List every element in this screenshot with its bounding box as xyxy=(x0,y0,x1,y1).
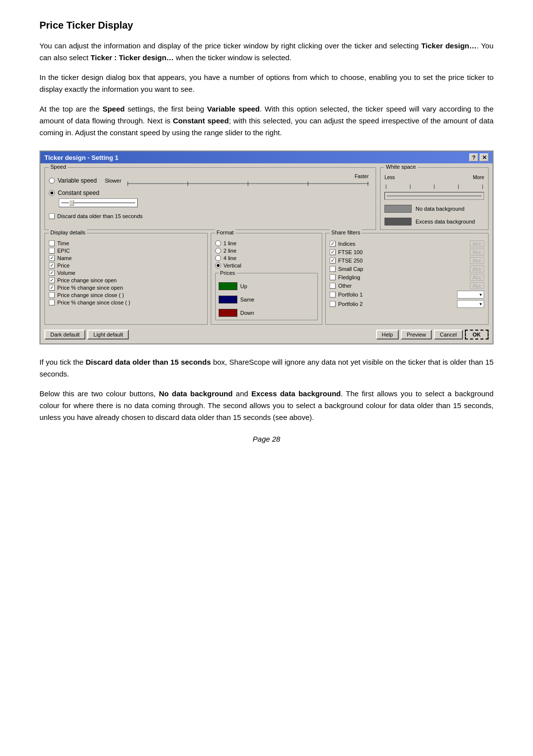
ftse100-abc-btn[interactable]: Abc xyxy=(470,249,484,256)
constant-speed-radio[interactable] xyxy=(49,190,55,196)
check-time: Time xyxy=(49,240,203,246)
paragraph-5: Below this are two colour buttons, No da… xyxy=(39,388,494,423)
ws-slider[interactable] xyxy=(384,192,484,200)
ftse250-abc-btn[interactable]: Abc xyxy=(470,257,484,264)
light-default-button[interactable]: Light default xyxy=(87,330,129,340)
ok-button[interactable]: OK xyxy=(465,330,489,340)
share-filters-group: Share filters Indices Abc FTSE 100 Abc xyxy=(325,233,489,325)
slider-slower-label: Slower xyxy=(105,178,121,184)
indices-checkbox[interactable] xyxy=(330,241,336,247)
format-inner: 1 line 2 line 4 line Vertical xyxy=(215,236,318,320)
format-4line: 4 line xyxy=(215,255,318,261)
filter-ftse250: FTSE 250 Abc xyxy=(330,257,484,264)
dialog-bottom-buttons: Dark default Light default Help Preview … xyxy=(44,330,489,340)
filter-other: Other Abc xyxy=(330,282,484,289)
price-down-swatch[interactable] xyxy=(219,309,237,317)
dialog-middle-section: Display details Time EPIC Name xyxy=(44,233,489,325)
price-pct-open-label: Price % change since open xyxy=(57,285,123,291)
discard-checkbox[interactable] xyxy=(49,213,55,219)
dialog-top-section: Speed Variable speed Slower Faster xyxy=(44,167,489,230)
portfolio1-dropdown[interactable]: ▼ xyxy=(457,291,484,299)
whitespace-inner: Less More ||||| No data background xyxy=(384,171,484,226)
name-checkbox[interactable] xyxy=(49,255,55,261)
price-change-close-checkbox[interactable] xyxy=(49,292,55,298)
check-name: Name xyxy=(49,255,203,261)
variable-speed-radio[interactable] xyxy=(49,178,55,184)
other-checkbox[interactable] xyxy=(330,283,336,289)
speed-group: Speed Variable speed Slower Faster xyxy=(44,167,376,230)
filter-smallcap: Small Cap Abc xyxy=(330,265,484,272)
constant-speed-slider-row xyxy=(59,198,372,207)
format-2line-radio[interactable] xyxy=(215,248,221,254)
display-details-group: Display details Time EPIC Name xyxy=(44,233,208,325)
portfolio1-checkbox[interactable] xyxy=(330,292,336,298)
time-checkbox[interactable] xyxy=(49,240,55,246)
whitespace-labels: Less More xyxy=(384,175,484,180)
filter-fledgling: Fledgling Abc xyxy=(330,274,484,281)
excess-data-bg-label: Excess data background xyxy=(416,219,475,225)
share-filters-inner: Indices Abc FTSE 100 Abc FTSE 250 Abc xyxy=(330,236,484,308)
page-number: Page 28 xyxy=(39,433,494,445)
fledgling-checkbox[interactable] xyxy=(330,274,336,280)
other-abc-btn[interactable]: Abc xyxy=(470,282,484,289)
filter-portfolio2: Portfolio 2 ▼ xyxy=(330,300,484,308)
ftse100-checkbox[interactable] xyxy=(330,249,336,255)
price-change-open-checkbox[interactable] xyxy=(49,277,55,283)
variable-speed-label: Variable speed xyxy=(58,177,97,184)
titlebar-buttons: ? ✕ xyxy=(469,153,489,161)
price-pct-open-checkbox[interactable] xyxy=(49,285,55,291)
format-1line: 1 line xyxy=(215,240,318,246)
price-same-label: Same xyxy=(240,297,255,302)
paragraph-2: In the ticker design dialog box that app… xyxy=(39,72,494,95)
dialog-close-button[interactable]: ✕ xyxy=(480,153,489,161)
portfolio2-checkbox[interactable] xyxy=(330,301,336,307)
no-data-bg-row: No data background xyxy=(384,205,484,213)
whitespace-group-label: White space xyxy=(384,164,418,170)
ftse250-checkbox[interactable] xyxy=(330,258,336,264)
prices-subgroup: Prices Up Same xyxy=(215,273,318,320)
cancel-button[interactable]: Cancel xyxy=(434,330,462,340)
volume-checkbox[interactable] xyxy=(49,270,55,276)
dialog-title: Ticker design - Setting 1 xyxy=(44,154,118,161)
format-1line-radio[interactable] xyxy=(215,240,221,246)
smallcap-abc-btn[interactable]: Abc xyxy=(470,265,484,272)
speed-slider-container: | | | | | xyxy=(127,180,369,188)
check-price-pct-close: Price % change since close ( ) xyxy=(49,300,203,305)
dialog-help-button[interactable]: ? xyxy=(469,153,478,161)
format-4line-radio[interactable] xyxy=(215,255,221,261)
variable-speed-row: Variable speed Slower Faster | | xyxy=(49,174,372,188)
no-data-bg-label: No data background xyxy=(416,206,464,212)
help-button[interactable]: Help xyxy=(376,330,399,340)
price-change-open-label: Price change since open xyxy=(57,277,116,283)
indices-abc-btn[interactable]: Abc xyxy=(470,240,484,247)
price-up-swatch[interactable] xyxy=(219,282,237,290)
dialog-titlebar: Ticker design - Setting 1 ? ✕ xyxy=(40,151,493,163)
price-down-label: Down xyxy=(240,310,254,316)
format-group: Format 1 line 2 line 4 line xyxy=(211,233,323,325)
paragraph-1: You can adjust the information and displ… xyxy=(39,40,494,64)
price-up-label: Up xyxy=(240,283,247,289)
right-buttons: Help Preview Cancel OK xyxy=(376,330,489,340)
price-checkbox[interactable] xyxy=(49,263,55,268)
format-vertical-radio[interactable] xyxy=(215,263,221,268)
no-data-bg-swatch[interactable] xyxy=(384,205,412,213)
constant-speed-row: Constant speed xyxy=(49,189,372,196)
paragraph-4: If you tick the Discard data older than … xyxy=(39,356,494,380)
speed-group-label: Speed xyxy=(49,164,68,170)
excess-data-bg-row: Excess data background xyxy=(384,218,484,226)
format-2line: 2 line xyxy=(215,248,318,254)
display-details-inner: Time EPIC Name Price xyxy=(49,236,203,305)
slider-faster-label: Faster xyxy=(355,174,369,179)
price-pct-close-checkbox[interactable] xyxy=(49,300,55,305)
price-same-swatch[interactable] xyxy=(219,296,237,303)
fledgling-abc-btn[interactable]: Abc xyxy=(470,274,484,281)
portfolio2-dropdown[interactable]: ▼ xyxy=(457,300,484,308)
preview-button[interactable]: Preview xyxy=(401,330,432,340)
epic-checkbox[interactable] xyxy=(49,248,55,254)
excess-data-bg-swatch[interactable] xyxy=(384,218,412,226)
epic-label: EPIC xyxy=(57,248,70,254)
dark-default-button[interactable]: Dark default xyxy=(44,330,85,340)
price-down-row: Down xyxy=(219,309,315,317)
constant-speed-slider[interactable] xyxy=(59,198,138,207)
smallcap-checkbox[interactable] xyxy=(330,266,336,272)
